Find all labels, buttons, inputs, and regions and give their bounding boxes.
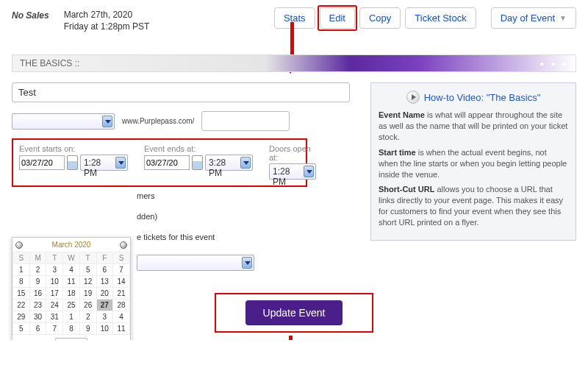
calendar-dow: M <box>29 252 46 264</box>
calendar-day[interactable]: 31 <box>46 311 63 323</box>
calendar-day[interactable]: 28 <box>113 300 130 311</box>
end-label: Event ends at: <box>144 144 253 153</box>
calendar-dow: S <box>13 252 30 264</box>
calendar-grid: SMTWTFS 12345678910111213141516171819202… <box>12 252 130 335</box>
doors-time-select[interactable]: 1:28 PM <box>269 163 316 180</box>
calendar-day[interactable]: 10 <box>96 323 113 335</box>
calendar-day[interactable]: 15 <box>13 288 30 300</box>
pager-dots-icon: ● ● ● <box>539 60 568 68</box>
stats-button[interactable]: Stats <box>274 7 315 29</box>
help-start-time-term: Start time <box>379 148 416 157</box>
calendar-day[interactable]: 6 <box>29 323 46 335</box>
calendar-day[interactable]: 3 <box>96 311 113 323</box>
calendar-day[interactable]: 2 <box>29 264 46 276</box>
howto-video-link[interactable]: How-to Video: "The Basics" <box>379 91 568 104</box>
help-panel: How-to Video: "The Basics" Event Name is… <box>370 82 576 240</box>
venue-select[interactable] <box>137 255 254 271</box>
annotation-arrow-update <box>287 336 294 340</box>
calendar-day[interactable]: 13 <box>96 276 113 288</box>
calendar-day[interactable]: 9 <box>29 276 46 288</box>
calendar-day[interactable]: 22 <box>13 300 30 311</box>
calendar-dow: T <box>79 252 96 264</box>
category-select[interactable] <box>12 113 115 130</box>
calendar-day[interactable]: 5 <box>79 264 96 276</box>
ticket-stock-button[interactable]: Ticket Stock <box>405 7 476 29</box>
calendar-day[interactable]: 20 <box>96 288 113 300</box>
calendar-day[interactable]: 11 <box>63 276 80 288</box>
day-of-event-label: Day of Event <box>501 13 555 24</box>
start-label: Event starts on: <box>19 144 128 153</box>
calendar-day[interactable]: 29 <box>13 311 30 323</box>
help-shortcut-term: Short-Cut URL <box>379 185 434 194</box>
calendar-day[interactable]: 3 <box>46 264 63 276</box>
obscured-text: e tickets for this event <box>137 233 356 241</box>
calendar-day[interactable]: 14 <box>113 276 130 288</box>
update-event-button[interactable]: Update Event <box>245 300 343 325</box>
calendar-day[interactable]: 30 <box>29 311 46 323</box>
section-header-basics: THE BASICS :: ● ● ● <box>12 54 576 72</box>
event-name-input[interactable] <box>12 82 350 102</box>
obscured-text: dden) <box>137 212 356 221</box>
calendar-day[interactable]: 12 <box>79 276 96 288</box>
calendar-day[interactable]: 25 <box>63 300 80 311</box>
doors-time-value: 1:28 PM <box>273 166 290 187</box>
no-sales-label: No Sales <box>12 7 49 21</box>
start-time-select[interactable]: 1:28 PM <box>80 155 128 171</box>
calendar-month-label: March 2020 <box>52 241 91 249</box>
datetime-group-highlight: Event starts on: 1:28 PM Event ends at: <box>12 138 307 187</box>
end-time-value: 3:28 PM <box>209 158 226 178</box>
chevron-down-icon <box>102 116 112 127</box>
calendar-day[interactable]: 7 <box>46 323 63 335</box>
start-date-input[interactable] <box>19 155 65 170</box>
calendar-day[interactable]: 10 <box>46 276 63 288</box>
calendar-day[interactable]: 24 <box>46 300 63 311</box>
calendar-day[interactable]: 7 <box>113 264 130 276</box>
calendar-day[interactable]: 4 <box>63 264 80 276</box>
date-line-2: Friday at 1:28pm PST <box>64 21 150 32</box>
date-line-1: March 27th, 2020 <box>64 9 150 21</box>
end-date-input[interactable] <box>144 155 190 170</box>
howto-video-label: How-to Video: "The Basics" <box>424 92 541 103</box>
calendar-day[interactable]: 8 <box>63 323 80 335</box>
calendar-day[interactable]: 8 <box>13 276 30 288</box>
calendar-day[interactable]: 27 <box>96 300 113 311</box>
calendar-day[interactable]: 6 <box>96 264 113 276</box>
calendar-day[interactable]: 21 <box>113 288 130 300</box>
calendar-day[interactable]: 26 <box>79 300 96 311</box>
day-of-event-button[interactable]: Day of Event ▼ <box>491 7 576 29</box>
section-title: THE BASICS :: <box>20 58 79 68</box>
chevron-down-icon <box>240 157 251 169</box>
chevron-down-icon <box>242 257 252 269</box>
calendar-day[interactable]: 16 <box>29 288 46 300</box>
date-picker-popup: March 2020 SMTWTFS 123456789101112131415… <box>12 237 131 340</box>
chevron-down-icon <box>115 157 126 169</box>
calendar-day[interactable]: 9 <box>79 323 96 335</box>
chevron-down-icon <box>304 166 314 177</box>
calendar-day[interactable]: 2 <box>79 311 96 323</box>
calendar-day[interactable]: 4 <box>113 311 130 323</box>
update-highlight-box: Update Event <box>215 293 374 333</box>
obscured-text: mers <box>137 191 356 200</box>
calendar-dow: W <box>63 252 80 264</box>
calendar-day[interactable]: 18 <box>63 288 80 300</box>
calendar-day[interactable]: 1 <box>13 264 30 276</box>
prev-month-handle[interactable] <box>15 241 23 249</box>
calendar-day[interactable]: 19 <box>79 288 96 300</box>
today-button[interactable]: Today <box>55 338 88 340</box>
calendar-day[interactable]: 11 <box>113 323 130 335</box>
calendar-day[interactable]: 17 <box>46 288 63 300</box>
chevron-down-icon: ▼ <box>559 14 567 22</box>
calendar-dow: T <box>46 252 63 264</box>
edit-button[interactable]: Edit <box>320 7 355 29</box>
calendar-day[interactable]: 23 <box>29 300 46 311</box>
calendar-icon[interactable] <box>67 155 78 170</box>
next-month-handle[interactable] <box>120 241 127 249</box>
calendar-dow: F <box>96 252 113 264</box>
calendar-icon[interactable] <box>192 155 203 170</box>
copy-button[interactable]: Copy <box>359 7 401 29</box>
calendar-day[interactable]: 5 <box>13 323 30 335</box>
calendar-day[interactable]: 1 <box>63 311 80 323</box>
end-time-select[interactable]: 3:28 PM <box>205 155 253 171</box>
play-icon <box>406 91 420 104</box>
shortcut-url-input[interactable] <box>201 111 290 131</box>
